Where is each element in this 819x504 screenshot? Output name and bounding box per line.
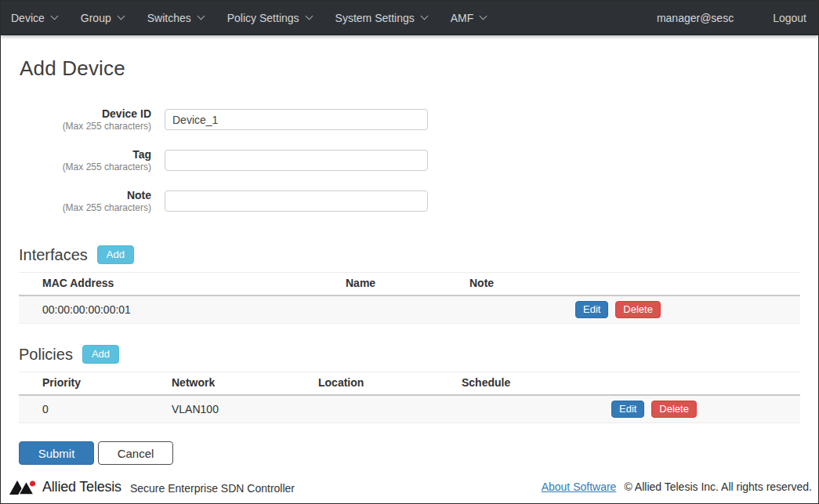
main-content: Add Device Device ID (Max 255 characters… [1,35,818,473]
policy-location-cell [295,395,438,423]
policy-delete-button[interactable]: Delete [651,401,697,418]
device-id-hint: (Max 255 characters) [19,121,151,132]
device-id-field-row: Device ID (Max 255 characters) [19,109,800,132]
interface-note-cell [446,296,552,324]
device-id-labelbox: Device ID (Max 255 characters) [19,107,151,132]
policies-section: Policies Add Priority Network Location S… [19,345,800,423]
interfaces-header: Interfaces Add [19,245,800,264]
nav-item-label: Group [81,12,111,24]
cancel-button[interactable]: Cancel [98,441,173,465]
policies-table: Priority Network Location Schedule 0 VLA… [19,372,800,423]
policy-edit-button[interactable]: Edit [611,401,644,418]
footer-links-area: About Software © Allied Telesis Inc. All… [542,480,812,493]
nav-item-device[interactable]: Device [1,1,69,34]
column-header-name: Name [322,273,446,296]
device-id-input[interactable] [165,109,428,130]
nav-item-label: Device [11,12,45,24]
chevron-down-icon [117,13,125,20]
note-input[interactable] [165,190,428,212]
tag-hint: (Max 255 characters) [19,161,151,173]
nav-item-label: Policy Settings [227,12,299,24]
tag-labelbox: Tag (Max 255 characters) [19,148,151,173]
policies-title: Policies [19,346,73,364]
add-device-form: Device ID (Max 255 characters) Tag (Max … [19,109,800,214]
page-title: Add Device [20,56,800,81]
chevron-down-icon [480,13,487,20]
policy-network-cell: VLAN100 [148,395,295,423]
form-actions: Submit Cancel [19,441,800,465]
interfaces-add-button[interactable]: Add [97,245,134,264]
interfaces-table-header-row: MAC Address Name Note [19,273,800,296]
interface-table-row: 00:00:00:00:00:01 Edit Delete [19,296,800,324]
policies-add-button[interactable]: Add [82,345,119,364]
navbar-right: manager@sesc Logout [657,12,806,24]
interface-delete-button[interactable]: Delete [615,301,661,318]
policies-header: Policies Add [19,345,800,364]
interface-actions-cell: Edit Delete [552,296,800,324]
policy-priority-cell: 0 [19,395,148,423]
top-navbar: Device Group Switches Policy Settings Sy… [1,1,818,35]
chevron-down-icon [420,13,428,20]
interfaces-table: MAC Address Name Note 00:00:00:00:00:01 … [19,272,800,324]
tag-input[interactable] [165,150,428,171]
interface-mac-cell: 00:00:00:00:00:01 [19,296,322,324]
column-header-actions [588,372,800,396]
interface-edit-button[interactable]: Edit [575,301,608,318]
column-header-network: Network [148,372,295,396]
note-labelbox: Note (Max 255 characters) [19,189,151,214]
interface-name-cell [322,296,446,324]
device-id-label: Device ID [19,107,151,121]
logout-link[interactable]: Logout [773,12,806,24]
chevron-down-icon [50,13,58,20]
nav-item-label: AMF [451,12,474,24]
submit-button[interactable]: Submit [19,441,94,465]
about-software-link[interactable]: About Software [542,480,617,493]
tag-label: Tag [19,148,151,161]
tag-field-row: Tag (Max 255 characters) [19,150,800,173]
page-footer: Allied Telesis Secure Enterprise SDN Con… [1,473,818,503]
allied-telesis-logo-icon [9,477,38,496]
policy-table-row: 0 VLAN100 Edit Delete [19,395,800,423]
column-header-priority: Priority [19,372,148,396]
chevron-down-icon [305,13,313,20]
column-header-actions [552,273,800,296]
column-header-note: Note [446,273,552,296]
brand-name: Allied Telesis [42,479,121,495]
nav-item-label: System Settings [335,12,415,24]
navbar-menu: Device Group Switches Policy Settings Sy… [1,1,498,34]
nav-item-system-settings[interactable]: System Settings [324,1,439,34]
policy-schedule-cell [438,395,588,423]
nav-item-label: Switches [147,12,191,24]
column-header-mac-address: MAC Address [19,273,322,296]
nav-item-amf[interactable]: AMF [439,1,498,34]
note-field-row: Note (Max 255 characters) [19,190,800,214]
footer-brand-area: Allied Telesis Secure Enterprise SDN Con… [9,477,295,496]
note-hint: (Max 255 characters) [19,202,151,214]
note-label: Note [19,189,151,202]
chevron-down-icon [197,13,205,20]
product-name: Secure Enterprise SDN Controller [130,480,295,495]
app-window: Device Group Switches Policy Settings Sy… [0,0,819,504]
column-header-schedule: Schedule [438,372,588,396]
interfaces-title: Interfaces [19,246,88,264]
nav-item-policy-settings[interactable]: Policy Settings [216,1,324,34]
policy-actions-cell: Edit Delete [588,395,800,423]
nav-item-group[interactable]: Group [69,1,136,34]
copyright-text: © Allied Telesis Inc. All rights reserve… [624,480,812,493]
interfaces-section: Interfaces Add MAC Address Name Note 00:… [19,245,800,324]
policies-table-header-row: Priority Network Location Schedule [19,372,800,396]
user-account-label: manager@sesc [657,12,734,24]
column-header-location: Location [295,372,438,396]
nav-item-switches[interactable]: Switches [136,1,216,34]
